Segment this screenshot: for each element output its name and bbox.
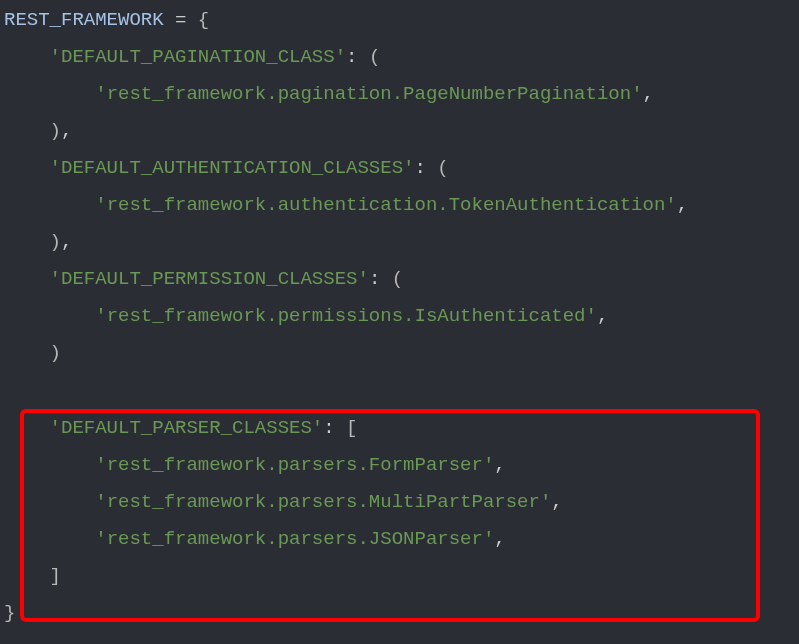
colon: :	[346, 46, 369, 68]
comma: ,	[61, 120, 72, 142]
open-paren: (	[369, 46, 380, 68]
dict-key: 'DEFAULT_AUTHENTICATION_CLASSES'	[50, 157, 415, 179]
open-paren: (	[437, 157, 448, 179]
comma: ,	[494, 528, 505, 550]
comma: ,	[551, 491, 562, 513]
comma: ,	[494, 454, 505, 476]
string-value: 'rest_framework.pagination.PageNumberPag…	[95, 83, 642, 105]
colon: :	[414, 157, 437, 179]
string-value: 'rest_framework.authentication.TokenAuth…	[95, 194, 677, 216]
close-paren: )	[50, 231, 61, 253]
comma: ,	[597, 305, 608, 327]
close-paren: )	[50, 342, 61, 364]
close-bracket: ]	[50, 565, 61, 587]
open-paren: (	[392, 268, 403, 290]
dict-key: 'DEFAULT_PERMISSION_CLASSES'	[50, 268, 369, 290]
comma: ,	[677, 194, 688, 216]
variable-name: REST_FRAMEWORK	[4, 9, 164, 31]
equals-operator: =	[164, 9, 198, 31]
close-paren: )	[50, 120, 61, 142]
comma: ,	[643, 83, 654, 105]
dict-key: 'DEFAULT_PARSER_CLASSES'	[50, 417, 324, 439]
open-brace: {	[198, 9, 209, 31]
code-block: REST_FRAMEWORK = { 'DEFAULT_PAGINATION_C…	[0, 0, 799, 634]
string-value: 'rest_framework.parsers.JSONParser'	[95, 528, 494, 550]
open-bracket: [	[346, 417, 357, 439]
colon: :	[323, 417, 346, 439]
string-value: 'rest_framework.permissions.IsAuthentica…	[95, 305, 597, 327]
close-brace: }	[4, 602, 15, 624]
comma: ,	[61, 231, 72, 253]
string-value: 'rest_framework.parsers.FormParser'	[95, 454, 494, 476]
colon: :	[369, 268, 392, 290]
string-value: 'rest_framework.parsers.MultiPartParser'	[95, 491, 551, 513]
dict-key: 'DEFAULT_PAGINATION_CLASS'	[50, 46, 346, 68]
